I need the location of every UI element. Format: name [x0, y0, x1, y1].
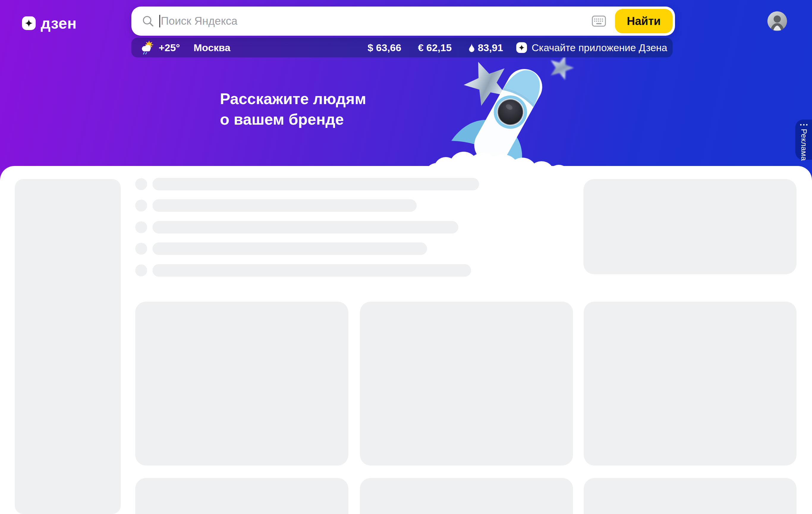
banner-headline-line1: Расскажите людям [220, 89, 366, 109]
zen-mini-icon [516, 42, 527, 53]
skeleton-text-bar [152, 199, 417, 212]
more-dots-icon[interactable] [800, 124, 808, 126]
skeleton-text-bar [152, 242, 427, 255]
search-bar[interactable]: Найти [132, 6, 675, 36]
skeleton-side-card [583, 179, 796, 274]
skeleton-card [360, 302, 573, 465]
weather-widget[interactable]: +25° [140, 41, 180, 54]
city-link[interactable]: Москва [194, 42, 230, 54]
oil-drop-icon [468, 43, 475, 52]
zen-logo-text: дзен [41, 14, 77, 32]
skeleton-feed-row [135, 242, 427, 255]
zen-star-icon [22, 16, 36, 30]
skeleton-text-bar [152, 178, 479, 190]
search-icon [142, 15, 154, 28]
skeleton-card [135, 478, 348, 514]
oil-price[interactable]: 83,91 [468, 42, 503, 54]
ad-tag-label: Реклама [799, 129, 808, 161]
zen-logo[interactable]: дзен [22, 14, 77, 32]
sun-cloud-rain-icon [140, 41, 154, 54]
search-area: Найти +25° М [132, 6, 675, 57]
skeleton-card [584, 302, 796, 465]
skeleton-avatar-circle [135, 265, 147, 276]
temperature-value: +25° [159, 42, 180, 54]
skeleton-card [360, 478, 573, 514]
skeleton-avatar-circle [135, 178, 147, 190]
skeleton-feed-row [135, 178, 479, 190]
banner-headline[interactable]: Расскажите людям о вашем бренде [220, 89, 366, 130]
skeleton-sidebar [15, 179, 121, 514]
skeleton-text-bar [152, 221, 458, 234]
ad-tag-pill[interactable]: Реклама [795, 119, 812, 160]
skeleton-feed-row [135, 264, 471, 277]
content-card [0, 166, 812, 514]
skeleton-avatar-circle [135, 199, 147, 212]
banner-headline-line2: о вашем бренде [220, 109, 366, 130]
skeleton-avatar-circle [135, 243, 147, 254]
skeleton-card [135, 302, 348, 465]
skeleton-text-bar [152, 264, 471, 277]
oil-rate[interactable]: € 62,15 [418, 42, 452, 54]
rocket-illustration [428, 48, 594, 184]
text-cursor [159, 15, 160, 27]
skeleton-avatar-circle [135, 221, 147, 233]
app-promo-link[interactable]: Скачайте приложение Дзена [516, 42, 667, 54]
avatar[interactable] [767, 11, 787, 31]
skeleton-card [584, 478, 796, 514]
usd-rate[interactable]: $ 63,66 [368, 42, 401, 54]
search-input[interactable] [161, 12, 592, 30]
keyboard-icon[interactable] [592, 16, 606, 27]
skeleton-feed-row [135, 221, 458, 234]
search-submit-button[interactable]: Найти [615, 9, 673, 33]
app-promo-text: Скачайте приложение Дзена [532, 42, 667, 54]
oil-value: 83,91 [478, 42, 503, 54]
info-bar: +25° Москва $ 63,66 € 62,15 83,91 Скачай… [132, 38, 673, 57]
eur-rate[interactable]: € 62,15 [418, 42, 452, 54]
skeleton-feed-row [135, 199, 417, 212]
